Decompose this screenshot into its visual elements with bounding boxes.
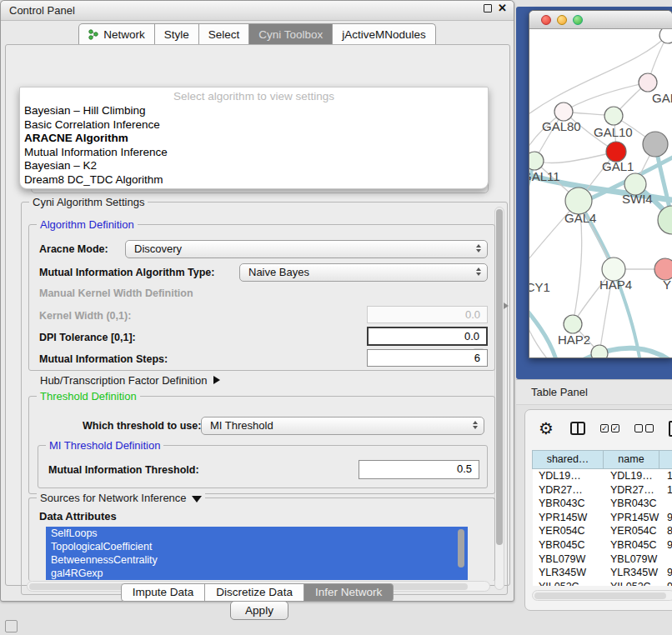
- minimize-traffic-light-icon[interactable]: [557, 15, 567, 25]
- table-cell[interactable]: YBL079W: [533, 552, 604, 567]
- mi-algorithm-type-combobox[interactable]: Naive Bayes: [239, 263, 488, 282]
- table-cell[interactable]: YBR043C: [533, 497, 604, 511]
- table-cell[interactable]: YER054C: [604, 524, 661, 538]
- network-node[interactable]: [639, 73, 657, 92]
- table-row[interactable]: YPR145WYPR145W9.: [533, 511, 672, 525]
- hub-definition-label: Hub/Transcription Factor Definition: [40, 374, 207, 387]
- column-header-extra[interactable]: [659, 450, 672, 469]
- algorithm-option[interactable]: Basic Correlation Inference: [20, 118, 488, 132]
- tab-cyni-toolbox[interactable]: Cyni Toolbox: [248, 23, 333, 44]
- panel-splitter-handle[interactable]: [504, 302, 509, 309]
- table-row[interactable]: YLR345WYLR345W9.: [533, 566, 672, 580]
- table-cell[interactable]: YDL19…: [533, 469, 604, 483]
- table-cell[interactable]: 9.: [661, 566, 672, 580]
- settings-scrollbar-thumb[interactable]: [496, 209, 503, 545]
- aracne-mode-combobox[interactable]: Discovery: [125, 240, 488, 258]
- attribute-item[interactable]: gal4RGexp: [46, 567, 468, 580]
- tab-discretize-data[interactable]: Discretize Data: [204, 583, 304, 602]
- tab-impute-data[interactable]: Impute Data: [121, 583, 206, 602]
- network-node[interactable]: [604, 107, 623, 125]
- kernel-width-input[interactable]: 0.0: [367, 306, 488, 323]
- select-all-checks-icon[interactable]: ✓✓: [600, 424, 619, 432]
- network-node[interactable]: [658, 206, 672, 234]
- network-node[interactable]: [554, 102, 573, 121]
- dpi-tolerance-input[interactable]: 0.0: [367, 327, 488, 346]
- table-cell[interactable]: [661, 552, 672, 567]
- threshold-combobox[interactable]: MI Threshold: [201, 417, 484, 435]
- table-row[interactable]: YER054CYER054C8.: [533, 524, 672, 538]
- close-icon[interactable]: ✕: [498, 4, 507, 12]
- table-cell[interactable]: [661, 497, 672, 511]
- mi-steps-input[interactable]: 6: [367, 349, 488, 367]
- table-cell[interactable]: YDR27…: [604, 483, 661, 498]
- table-cell[interactable]: YLR345W: [604, 566, 661, 580]
- table-row[interactable]: YDL19…YDL19…13: [533, 469, 672, 483]
- table-cell[interactable]: 9.: [661, 511, 672, 525]
- tab-select[interactable]: Select: [198, 23, 250, 44]
- table-cell[interactable]: YIL052C: [604, 580, 661, 586]
- network-node[interactable]: [643, 132, 668, 157]
- mi-threshold-input[interactable]: 0.5: [359, 460, 479, 479]
- column-header-shared[interactable]: shared…: [532, 450, 604, 469]
- zoom-traffic-light-icon[interactable]: [573, 15, 583, 25]
- settings-scrollbar[interactable]: [494, 207, 504, 590]
- network-node[interactable]: [564, 315, 582, 333]
- algorithm-option[interactable]: Bayesian – Hill Climbing: [20, 104, 488, 118]
- table-row[interactable]: YBL079WYBL079W: [533, 552, 672, 567]
- tab-infer-network[interactable]: Infer Network: [303, 583, 394, 602]
- table-cell[interactable]: 13: [661, 469, 672, 483]
- table-cell[interactable]: 12: [661, 483, 672, 498]
- table-cell[interactable]: YDR27…: [533, 483, 604, 498]
- table-cell[interactable]: YBR045C: [533, 538, 604, 552]
- float-window-icon[interactable]: [484, 4, 492, 12]
- table-cell[interactable]: 9: [661, 580, 672, 586]
- table-cell[interactable]: YBR043C: [604, 497, 661, 511]
- table-cell[interactable]: YBR045C: [604, 538, 661, 552]
- network-node[interactable]: [591, 345, 608, 358]
- table-cell[interactable]: 9.: [661, 538, 672, 552]
- table-cell[interactable]: 8.: [661, 524, 672, 538]
- network-window-titlebar[interactable]: [529, 11, 672, 29]
- tab-network[interactable]: Network: [78, 23, 155, 44]
- attribute-item[interactable]: SelfLoops: [46, 527, 468, 540]
- table-horizontal-thumb[interactable]: [534, 592, 666, 599]
- apply-button[interactable]: Apply: [230, 601, 288, 620]
- algorithm-option-selected[interactable]: ARACNE Algorithm: [20, 132, 488, 146]
- algorithm-option[interactable]: Dream8 DC_TDC Algorithm: [20, 173, 488, 188]
- table-row[interactable]: YIL052CYIL052C9: [533, 580, 672, 586]
- network-edge[interactable]: [529, 292, 557, 358]
- table-cell[interactable]: YPR145W: [604, 511, 661, 525]
- attribute-item[interactable]: TopologicalCoefficient: [46, 540, 468, 553]
- table-cell[interactable]: YDL19…: [604, 469, 661, 483]
- columns-icon[interactable]: [570, 422, 585, 435]
- algorithm-option[interactable]: Mutual Information Inference: [20, 146, 488, 160]
- collapsed-panel-icon[interactable]: [5, 620, 18, 632]
- expand-arrow-icon[interactable]: [213, 376, 220, 384]
- table-cell[interactable]: YIL052C: [533, 580, 604, 586]
- table-row[interactable]: YBR043CYBR043C: [533, 497, 672, 511]
- network-graph[interactable]: GALGAL80GAL10GAL1GAL11SWI4GAL4GCY1HAP4YH…: [529, 29, 672, 358]
- table-row[interactable]: YBR045CYBR045C9.: [533, 538, 672, 552]
- tab-style[interactable]: Style: [154, 23, 199, 44]
- close-traffic-light-icon[interactable]: [541, 15, 551, 25]
- data-attributes-list[interactable]: SelfLoops TopologicalCoefficient Between…: [46, 527, 468, 580]
- collapse-arrow-icon[interactable]: [192, 496, 202, 502]
- table-horizontal-scrollbar[interactable]: [532, 590, 672, 601]
- attribute-item[interactable]: BetweennessCentrality: [46, 553, 468, 567]
- table-cell[interactable]: YPR145W: [533, 511, 604, 525]
- export-table-icon[interactable]: [669, 421, 672, 437]
- network-node[interactable]: [529, 152, 544, 170]
- deselect-all-checks-icon[interactable]: [634, 424, 654, 432]
- table-cell[interactable]: YER054C: [533, 524, 604, 538]
- algorithm-option[interactable]: Bayesian – K2: [20, 159, 488, 173]
- gear-icon[interactable]: ⚙: [539, 418, 554, 438]
- column-header-name[interactable]: name: [603, 450, 659, 469]
- table-cell[interactable]: YBL079W: [604, 552, 661, 567]
- tab-jactivemnodules[interactable]: jActiveMNodules: [332, 23, 436, 44]
- hub-definition-section[interactable]: Hub/Transcription Factor Definition: [40, 374, 220, 387]
- network-edge[interactable]: [575, 348, 672, 358]
- table-row[interactable]: YDR27…YDR27…12: [533, 483, 672, 498]
- network-canvas[interactable]: GALGAL80GAL10GAL1GAL11SWI4GAL4GCY1HAP4YH…: [529, 29, 672, 358]
- table-cell[interactable]: YLR345W: [533, 566, 604, 580]
- list-scrollbar-thumb[interactable]: [458, 529, 464, 568]
